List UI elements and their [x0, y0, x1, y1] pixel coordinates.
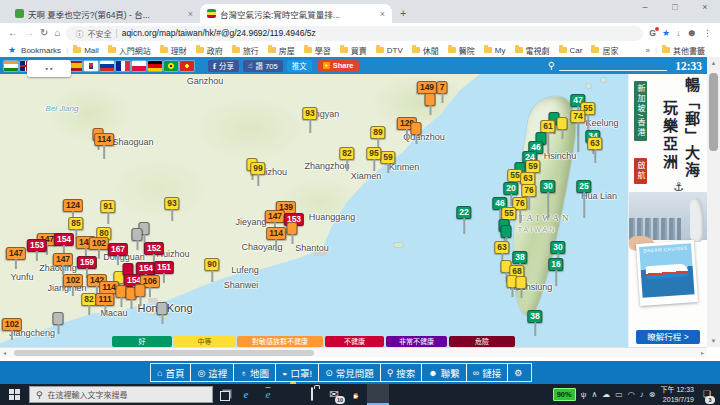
microsoft-store-icon[interactable]: [301, 384, 323, 405]
aqi-marker[interactable]: 159: [77, 256, 97, 269]
mail-icon[interactable]: ✉10: [323, 384, 345, 405]
windows-search-box[interactable]: ⚲ 在這裡輸入文字來搜尋: [29, 386, 213, 403]
flag-vietnam[interactable]: [180, 61, 194, 71]
aqi-marker[interactable]: 89: [370, 126, 385, 139]
nav-here[interactable]: ◎ 這裡: [190, 363, 234, 382]
flag-india[interactable]: [4, 61, 18, 71]
volume-icon[interactable]: ♪: [640, 390, 644, 399]
bookmarks-label[interactable]: Bookmarks: [21, 46, 61, 55]
task-view-button[interactable]: [213, 384, 235, 405]
aqi-marker[interactable]: 7: [437, 81, 448, 94]
map-canvas[interactable]: GanzhouBei JiangShaoguanLongyanMeizhouQu…: [0, 74, 628, 347]
action-center-icon[interactable]: ❏ 3: [699, 384, 715, 405]
aqi-legend-item[interactable]: 好: [112, 336, 172, 347]
horizontal-scrollbar[interactable]: ◂ ▸: [0, 347, 707, 357]
bookmarks-overflow-icon[interactable]: »: [645, 46, 649, 55]
aqi-marker[interactable]: 90: [204, 258, 219, 271]
aqi-marker[interactable]: 25: [576, 180, 591, 193]
ad-banner[interactable]: 暢「郵」大海 玩樂亞洲 新加坡/香港 啟航 ⚓ DREAM CRUISES 瞭解…: [628, 74, 707, 347]
flag-poland[interactable]: [132, 61, 146, 71]
nav-search[interactable]: ⚲ 搜索: [380, 363, 423, 382]
facebook-share-button[interactable]: f 分享: [208, 60, 239, 72]
scroll-down-icon[interactable]: ▼: [711, 335, 717, 347]
aqi-marker[interactable]: 74: [570, 110, 585, 123]
aqi-marker[interactable]: [287, 222, 298, 235]
aqi-marker[interactable]: 99: [250, 162, 265, 175]
reload-icon[interactable]: ↻: [40, 28, 48, 38]
usb-icon[interactable]: ψ: [581, 390, 587, 399]
extension-icon[interactable]: G: [649, 28, 656, 38]
aqi-marker[interactable]: 85: [68, 217, 83, 230]
minimize-button[interactable]: –: [630, 0, 660, 15]
aqi-marker[interactable]: 63: [494, 241, 509, 254]
aqi-marker[interactable]: 63: [587, 137, 602, 150]
bookmark-item[interactable]: 醫院: [448, 45, 475, 56]
aqi-marker[interactable]: [516, 276, 527, 289]
aqi-marker[interactable]: 147: [6, 247, 26, 260]
aqi-marker[interactable]: 76: [521, 184, 536, 197]
aqi-marker[interactable]: 82: [339, 147, 354, 160]
aqi-marker[interactable]: 91: [100, 200, 115, 213]
file-explorer-icon[interactable]: [279, 384, 301, 405]
aqi-marker[interactable]: 38: [512, 251, 527, 264]
aqi-marker[interactable]: 30: [540, 180, 555, 193]
forward-icon[interactable]: →: [24, 28, 34, 38]
flag-russia[interactable]: [100, 61, 114, 71]
aqi-marker[interactable]: 38: [527, 310, 542, 323]
aqi-marker[interactable]: [53, 312, 64, 325]
aqi-marker[interactable]: 114: [94, 133, 114, 146]
share-button[interactable]: + Share: [318, 60, 359, 72]
chrome-icon[interactable]: [367, 384, 389, 405]
bookmark-item[interactable]: 政府: [196, 45, 223, 56]
aqi-marker[interactable]: 114: [266, 227, 286, 240]
aqi-marker[interactable]: [135, 284, 146, 297]
edge-icon[interactable]: e: [235, 384, 257, 405]
chevron-up-icon[interactable]: ∧: [591, 390, 597, 399]
aqi-marker[interactable]: 124: [63, 199, 83, 212]
download-icon[interactable]: ↓: [676, 28, 681, 38]
aqi-marker[interactable]: [557, 117, 568, 130]
close-button[interactable]: ×: [690, 0, 720, 15]
like-button[interactable]: ☝ 讚 705: [243, 60, 283, 72]
aqi-marker[interactable]: 93: [302, 107, 317, 120]
new-tab-button[interactable]: +: [400, 7, 406, 19]
aqi-marker[interactable]: 102: [2, 318, 22, 331]
flag-france[interactable]: [116, 61, 130, 71]
flag-korea[interactable]: [84, 61, 98, 71]
search-icon[interactable]: ⚲: [548, 60, 555, 71]
bookmark-item[interactable]: Car: [559, 46, 583, 55]
aqi-marker[interactable]: 95: [366, 147, 381, 160]
nav-faq[interactable]: ⊙ 常見問題: [318, 363, 381, 382]
aqi-marker[interactable]: 93: [164, 197, 179, 210]
maximize-button[interactable]: □: [660, 0, 690, 15]
tweet-button[interactable]: 推文: [287, 60, 312, 72]
taskbar-clock[interactable]: 下午 12:33 2019/7/19: [661, 385, 694, 403]
bookmark-star-icon[interactable]: ★: [662, 28, 670, 38]
bookmark-item[interactable]: 理財: [160, 45, 187, 56]
bookmark-item[interactable]: 居家: [591, 45, 618, 56]
browser-menu-icon[interactable]: ⋮: [703, 28, 712, 38]
bookmark-item[interactable]: 房屋: [268, 45, 295, 56]
tab-forum[interactable]: 天啊 夏季也空污?(第64頁) - 台... ×: [8, 4, 200, 23]
bookmark-item[interactable]: 學習: [304, 45, 331, 56]
tab-close-icon[interactable]: ×: [188, 9, 193, 19]
bookmark-item[interactable]: DTV: [376, 46, 403, 55]
aqi-marker[interactable]: 16: [548, 258, 563, 271]
nav-home[interactable]: ⌂ 首頁: [150, 363, 191, 382]
flag-brazil[interactable]: [164, 61, 178, 71]
site-search-input[interactable]: [559, 61, 667, 71]
aqi-marker[interactable]: 151: [154, 261, 174, 274]
bookmark-item[interactable]: 休閒: [412, 45, 439, 56]
nav-mask[interactable]: ◒ 口罩!: [275, 363, 319, 382]
aqi-legend-item[interactable]: 不健康: [325, 336, 384, 347]
back-icon[interactable]: ←: [8, 28, 18, 38]
aqi-marker[interactable]: [157, 302, 168, 315]
aqi-marker[interactable]: 111: [95, 293, 114, 306]
aqi-marker[interactable]: 152: [144, 242, 164, 255]
ad-cta-button[interactable]: 瞭解行程 >: [636, 330, 700, 344]
aqi-marker[interactable]: 154: [54, 233, 74, 246]
map-popup-stub[interactable]: ▪ ▪: [27, 60, 71, 77]
wifi-icon[interactable]: ◠: [628, 390, 635, 399]
aqi-marker[interactable]: 167: [108, 243, 128, 256]
profile-avatar-icon[interactable]: ☻: [686, 28, 697, 38]
